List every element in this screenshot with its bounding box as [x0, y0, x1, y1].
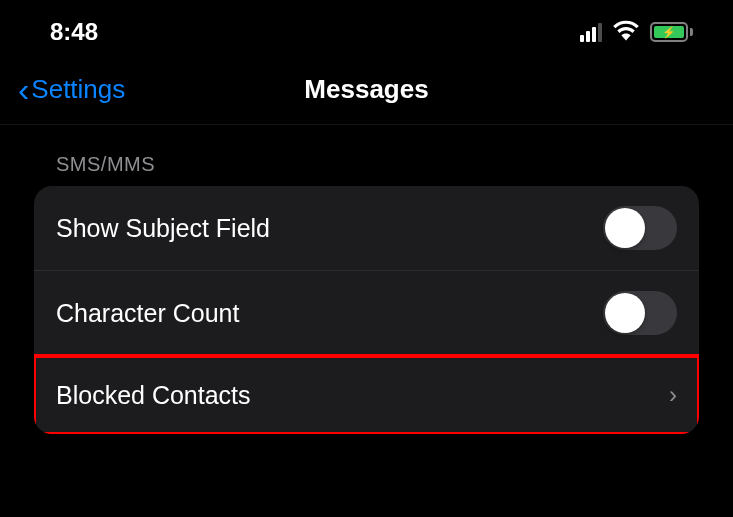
cellular-signal-icon — [580, 23, 602, 42]
row-label: Show Subject Field — [56, 214, 270, 243]
section-header: SMS/MMS — [34, 153, 699, 186]
back-button[interactable]: ‹ Settings — [18, 72, 125, 106]
back-button-label: Settings — [31, 74, 125, 105]
chevron-left-icon: ‹ — [18, 72, 29, 106]
settings-group: Show Subject Field Character Count Block… — [34, 186, 699, 434]
blocked-contacts-row[interactable]: Blocked Contacts › — [34, 356, 699, 434]
status-time: 8:48 — [50, 18, 98, 46]
show-subject-field-row[interactable]: Show Subject Field — [34, 186, 699, 271]
row-label: Character Count — [56, 299, 239, 328]
character-count-row[interactable]: Character Count — [34, 271, 699, 356]
wifi-icon — [612, 19, 640, 45]
navigation-bar: ‹ Settings Messages — [0, 64, 733, 125]
settings-content: SMS/MMS Show Subject Field Character Cou… — [0, 125, 733, 434]
status-icons: ⚡ — [580, 19, 693, 45]
character-count-toggle[interactable] — [603, 291, 677, 335]
row-label: Blocked Contacts — [56, 381, 251, 410]
battery-charging-icon: ⚡ — [650, 22, 693, 42]
status-bar: 8:48 ⚡ — [0, 0, 733, 64]
chevron-right-icon: › — [669, 381, 677, 409]
page-title: Messages — [304, 74, 428, 105]
show-subject-field-toggle[interactable] — [603, 206, 677, 250]
